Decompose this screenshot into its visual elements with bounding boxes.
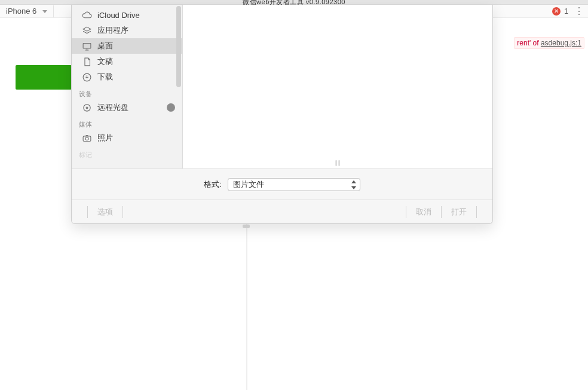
sidebar-item-label: 下载 — [97, 72, 113, 82]
kebab-menu-icon[interactable]: ⋮ — [572, 5, 583, 17]
format-select-value: 图片文件 — [233, 179, 264, 190]
svg-rect-0 — [83, 43, 91, 48]
sidebar-section-tags: 标记 — [72, 146, 182, 161]
download-icon — [81, 72, 92, 82]
sidebar-scrollbar[interactable] — [176, 6, 181, 87]
pane-divider[interactable] — [246, 224, 247, 390]
format-select[interactable]: 图片文件 — [228, 178, 360, 191]
svg-point-3 — [86, 107, 88, 109]
options-button[interactable]: 选项 — [95, 207, 115, 217]
sidebar-section-devices: 设备 — [72, 85, 182, 100]
device-selector[interactable]: iPhone 6 — [0, 5, 54, 17]
sidebar-item-label: 文稿 — [97, 56, 113, 67]
eject-icon[interactable] — [167, 103, 175, 112]
sidebar-item-photos[interactable]: 照片 — [72, 130, 182, 146]
sidebar-item-documents[interactable]: 文稿 — [72, 54, 182, 69]
window-titlebar-strip: 微信web开发者工具 v0.9.092300 — [0, 0, 588, 5]
sidebar-item-icloud[interactable]: iCloud Drive — [72, 7, 182, 23]
file-open-dialog: iCloud Drive 应用程序 桌面 文稿 — [71, 5, 493, 224]
desktop-icon — [81, 41, 92, 51]
camera-icon — [81, 133, 92, 143]
chevron-updown-icon — [351, 180, 356, 190]
separator — [441, 206, 442, 218]
sidebar-item-apps[interactable]: 应用程序 — [72, 23, 182, 38]
error-count: 1 — [564, 7, 568, 16]
device-selector-label: iPhone 6 — [6, 7, 36, 16]
sidebar-item-label: 桌面 — [97, 41, 113, 51]
separator — [122, 206, 123, 218]
console-error-source[interactable]: asdebug.js:1 — [541, 39, 581, 47]
sidebar-item-label: 应用程序 — [97, 25, 128, 36]
sidebar-item-label: 远程光盘 — [97, 102, 128, 113]
sidebar-item-label: 照片 — [97, 133, 113, 143]
apps-icon — [81, 25, 92, 36]
pane-divider-handle[interactable] — [243, 225, 250, 228]
error-icon[interactable]: ✕ — [552, 7, 561, 16]
svg-point-5 — [85, 137, 88, 140]
open-button[interactable]: 打开 — [449, 207, 469, 217]
separator — [476, 206, 477, 218]
preview-green-button[interactable] — [16, 65, 72, 90]
disc-icon — [81, 102, 92, 113]
sidebar-item-desktop[interactable]: 桌面 — [72, 38, 182, 54]
sidebar-section-media: 媒体 — [72, 115, 182, 130]
console-error-text: rent' of — [517, 39, 541, 47]
separator — [406, 206, 406, 218]
console-error-line[interactable]: rent' of asdebug.js:1 — [514, 37, 584, 49]
sidebar-item-downloads[interactable]: 下载 — [72, 69, 182, 85]
svg-point-2 — [83, 104, 90, 110]
pane-resize-handle-icon[interactable] — [336, 160, 340, 166]
format-row: 格式: 图片文件 — [72, 168, 492, 199]
file-list-pane[interactable] — [183, 5, 492, 168]
sidebar-item-remote-disc[interactable]: 远程光盘 — [72, 100, 182, 115]
sidebar-item-label: iCloud Drive — [97, 11, 140, 20]
document-icon — [81, 56, 92, 67]
format-label: 格式: — [204, 179, 222, 190]
dialog-action-bar: 选项 取消 打开 — [72, 199, 492, 223]
cancel-button[interactable]: 取消 — [414, 207, 434, 217]
cloud-icon — [81, 10, 92, 20]
separator — [87, 206, 88, 218]
dialog-sidebar: iCloud Drive 应用程序 桌面 文稿 — [72, 5, 183, 168]
